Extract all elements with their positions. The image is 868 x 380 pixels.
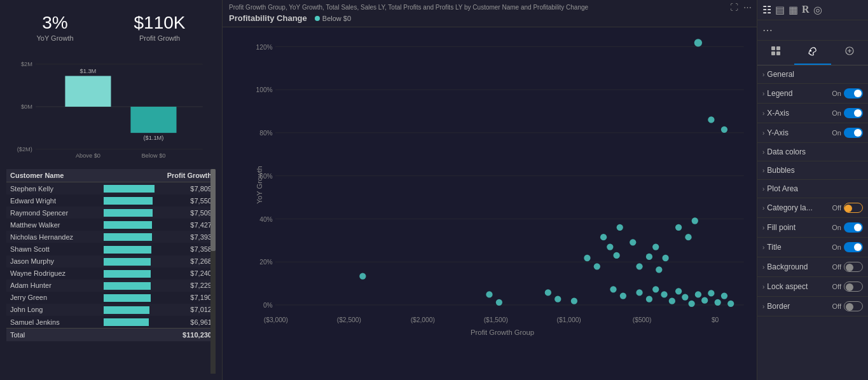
svg-point-57 xyxy=(652,286,659,292)
yoy-kpi: 3% YoY Growth xyxy=(36,13,73,42)
table-row: Raymond Spencer$7,509 xyxy=(6,207,216,219)
customer-name-cell: Wayne Rodriguez xyxy=(6,268,100,280)
svg-text:$2M: $2M xyxy=(21,61,32,67)
tab-grid[interactable] xyxy=(757,41,794,65)
lock-aspect-chevron: › xyxy=(762,283,764,290)
scatter-svg: YoY Growth 120% 100% 80% 60% 40% 20% 0% xyxy=(254,34,750,356)
bar-cell xyxy=(100,280,177,292)
yoy-value: 3% xyxy=(36,13,73,33)
fill-point-row[interactable]: › Fill point On xyxy=(757,218,868,238)
customer-name-cell: John Long xyxy=(6,304,100,316)
border-label-text: Border xyxy=(767,302,790,311)
expand-icon[interactable]: ⛶ xyxy=(730,3,738,12)
chart-description: Profit Growth Group, YoY Growth, Total S… xyxy=(229,4,750,11)
table-row: Samuel Jenkins$6,961 xyxy=(6,316,216,328)
border-row[interactable]: › Border Off xyxy=(757,297,868,316)
scroll-bar[interactable] xyxy=(210,169,216,374)
yaxis-chevron: › xyxy=(762,130,764,137)
table-row: Stephen Kelly$7,809 xyxy=(6,182,216,195)
fill-point-toggle[interactable] xyxy=(844,222,863,233)
col-header-customer: Customer Name xyxy=(6,169,100,182)
scroll-thumb[interactable] xyxy=(210,169,216,251)
data-colors-row[interactable]: › Data colors xyxy=(757,143,868,161)
plot-area-row[interactable]: › Plot Area xyxy=(757,180,868,198)
svg-point-41 xyxy=(613,252,619,259)
title-toggle[interactable] xyxy=(844,242,863,252)
format-icon[interactable]: ▤ xyxy=(775,4,785,16)
bubbles-row[interactable]: › Bubbles xyxy=(757,161,868,180)
lock-aspect-row[interactable]: › Lock aspect Off xyxy=(757,277,868,297)
category-label-row[interactable]: › Category la... Off xyxy=(757,198,868,218)
background-toggle[interactable] xyxy=(844,262,863,272)
customer-name-cell: Shawn Scott xyxy=(6,243,100,255)
profit-value-cell: $7,393 xyxy=(177,231,216,243)
customer-name-cell: Samuel Jenkins xyxy=(6,316,100,328)
profit-value-cell: $7,509 xyxy=(177,207,216,219)
legend-toggle[interactable] xyxy=(844,88,863,98)
yoy-label: YoY Growth xyxy=(36,34,73,42)
svg-point-52 xyxy=(662,255,668,261)
xaxis-toggle[interactable] xyxy=(844,108,863,118)
customer-name-cell: Stephen Kelly xyxy=(6,182,100,195)
table-row: Adam Hunter$7,229 xyxy=(6,280,216,292)
profit-value-cell: $7,012 xyxy=(177,304,216,316)
right-panel: ☷ ▤ ▦ R ◎ ⋯ › General › Legend xyxy=(757,0,868,380)
svg-point-60 xyxy=(675,288,682,294)
category-toggle[interactable] xyxy=(844,203,863,213)
svg-point-72 xyxy=(545,289,551,295)
title-row[interactable]: › Title On xyxy=(757,238,868,257)
svg-point-71 xyxy=(496,299,502,306)
legend-row[interactable]: › Legend On xyxy=(757,84,868,104)
customer-name-cell: Nicholas Hernandez xyxy=(6,231,100,243)
bar-chart-svg: $2M $0M ($2M) $1.3M ($1.1M) Above $0 Bel… xyxy=(13,55,209,163)
general-text: General xyxy=(767,70,794,79)
table-row: Wayne Rodriguez$7,240 xyxy=(6,268,216,280)
svg-point-45 xyxy=(600,234,607,240)
customer-name-cell: Jerry Green xyxy=(6,292,100,304)
svg-rect-75 xyxy=(771,46,775,50)
svg-rect-76 xyxy=(776,46,780,50)
yaxis-row[interactable]: › Y-Axis On xyxy=(757,123,868,143)
bar-cell xyxy=(100,182,177,195)
fill-point-chevron: › xyxy=(762,224,764,231)
svg-text:($2,500): ($2,500) xyxy=(337,316,361,323)
svg-text:Above $0: Above $0 xyxy=(76,153,100,159)
table-icon[interactable]: ▦ xyxy=(789,4,798,16)
tab-analytics[interactable] xyxy=(831,41,868,65)
category-label-text: Category la... xyxy=(767,203,812,212)
general-row[interactable]: › General xyxy=(757,65,868,84)
visualizations-icon[interactable]: ☷ xyxy=(762,4,771,16)
svg-point-36 xyxy=(708,116,714,123)
lock-aspect-toggle[interactable] xyxy=(844,282,863,292)
border-toggle[interactable] xyxy=(844,301,863,311)
svg-point-37 xyxy=(721,126,727,133)
svg-point-55 xyxy=(636,289,642,295)
bubbles-label-text: Bubbles xyxy=(767,166,794,175)
plot-area-chevron: › xyxy=(762,186,764,193)
lock-aspect-toggle-thumb xyxy=(846,283,853,291)
globe-icon[interactable]: ◎ xyxy=(813,4,822,16)
fields-icon[interactable]: R xyxy=(802,4,809,16)
svg-text:($1.1M): ($1.1M) xyxy=(144,135,164,141)
more-dots-icon[interactable]: ⋯ xyxy=(757,20,868,41)
table-row: John Long$7,012 xyxy=(6,304,216,316)
svg-point-39 xyxy=(685,234,691,240)
tab-paint[interactable] xyxy=(794,41,831,65)
profit-label: Profit Growth xyxy=(134,34,186,42)
yaxis-toggle[interactable] xyxy=(844,128,863,138)
data-colors-label-text: Data colors xyxy=(767,147,806,156)
background-row[interactable]: › Background Off xyxy=(757,257,868,277)
scatter-container: YoY Growth 120% 100% 80% 60% 40% 20% 0% xyxy=(223,27,757,380)
xaxis-row[interactable]: › X-Axis On xyxy=(757,104,868,123)
svg-point-69 xyxy=(359,273,366,280)
kpi-row: 3% YoY Growth $110K Profit Growth xyxy=(6,6,216,51)
legend-dot xyxy=(315,16,320,21)
legend-toggle-thumb xyxy=(854,90,862,97)
bar-chart: $2M $0M ($2M) $1.3M ($1.1M) Above $0 Bel… xyxy=(6,51,216,166)
more-options-icon[interactable]: ⋯ xyxy=(743,3,752,12)
bar-cell xyxy=(100,231,177,243)
profit-kpi: $110K Profit Growth xyxy=(134,13,186,42)
center-panel: Profit Growth Group, YoY Growth, Total S… xyxy=(223,0,757,380)
customer-name-cell: Adam Hunter xyxy=(6,280,100,292)
table-row: Jerry Green$7,190 xyxy=(6,292,216,304)
